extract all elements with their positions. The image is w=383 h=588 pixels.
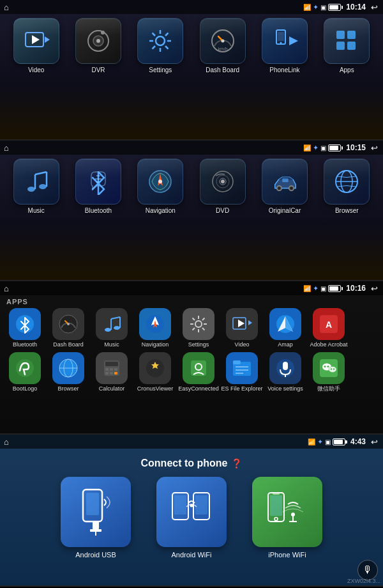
small-app-acrobat[interactable]: A Adobe Acrobat [308, 308, 350, 348]
screen-icon-3: ▣ [320, 285, 326, 292]
help-icon[interactable]: ❓ [231, 458, 242, 468]
bluetooth-large-icon [85, 168, 112, 195]
panel-2: ⌂ 📶 ✦ ▣ 10:15 ↩ Music [0, 141, 383, 281]
small-app-browser[interactable]: Browser [47, 352, 89, 392]
app-apps-label: Apps [340, 66, 354, 74]
app-music[interactable]: Music [11, 159, 62, 215]
home-icon-4[interactable]: ⌂ [4, 437, 9, 447]
apps-grid-small: Bluetooth Dash Board [0, 307, 383, 396]
home-icon-3[interactable]: ⌂ [4, 284, 9, 293]
small-app-dashboard[interactable]: Dash Board [47, 308, 89, 348]
app-browser[interactable]: Browser [321, 159, 372, 215]
svg-line-15 [153, 46, 156, 49]
svg-marker-2 [32, 35, 40, 44]
svg-point-102 [324, 366, 326, 368]
svg-rect-26 [347, 42, 356, 50]
svg-line-64 [202, 328, 205, 330]
svg-rect-20 [278, 32, 284, 41]
svg-line-63 [193, 318, 195, 321]
svg-point-105 [333, 368, 334, 369]
connect-android-wifi-label: Android WiFi [172, 551, 212, 559]
app-navigation[interactable]: Navigation [135, 159, 186, 215]
app-apps[interactable]: Apps [321, 18, 372, 74]
screen-icon-4: ▣ [325, 438, 331, 445]
connect-android-usb[interactable]: Android USB [57, 477, 134, 559]
svg-rect-82 [105, 368, 109, 371]
app-music-label: Music [28, 207, 45, 215]
small-app-music[interactable]: Music [91, 308, 133, 348]
small-cronusviewer-icon [145, 358, 165, 378]
svg-rect-87 [114, 372, 117, 375]
svg-rect-43 [282, 178, 289, 182]
small-app-easyconnect[interactable]: EasyConnected [177, 352, 220, 392]
apps-header: APPS [0, 295, 383, 307]
small-browser-icon [58, 358, 79, 378]
app-phonelink[interactable]: PhoneLink [259, 18, 310, 74]
android-wifi-icon [169, 486, 214, 538]
small-app-calculator[interactable]: Calculator [91, 352, 133, 392]
back-icon-4[interactable]: ↩ [371, 437, 378, 447]
connect-android-wifi[interactable]: Android WiFi [153, 477, 230, 559]
back-icon-1[interactable]: ↩ [371, 3, 378, 12]
app-dvr-label: DVR [91, 66, 105, 74]
battery-icon [328, 4, 341, 11]
navigation-icon [147, 168, 174, 195]
svg-point-34 [158, 180, 162, 183]
small-app-esfile[interactable]: ES File Explorer [221, 352, 263, 392]
small-app-easyconnect-label: EasyConnected [178, 385, 219, 392]
small-app-video[interactable]: Video [221, 308, 263, 348]
connect-title: Connect to phone [141, 458, 228, 469]
connect-options: Android USB Android WiFi [0, 477, 383, 559]
wifi-icon: 📶 [303, 4, 311, 11]
svg-line-14 [165, 33, 169, 36]
app-dashboard[interactable]: km/h Dash Board [197, 18, 248, 74]
small-wechat-icon [319, 358, 339, 378]
svg-rect-92 [233, 360, 241, 364]
status-bar-2: ⌂ 📶 ✦ ▣ 10:15 ↩ [0, 141, 383, 155]
app-video[interactable]: Video [11, 18, 62, 74]
svg-line-66 [193, 328, 195, 330]
svg-rect-83 [110, 368, 113, 371]
connect-iphone-wifi[interactable]: iPhone WiFi [249, 477, 326, 559]
back-icon-3[interactable]: ↩ [371, 284, 378, 293]
app-phonelink-label: PhoneLink [269, 66, 299, 74]
svg-marker-21 [289, 36, 298, 45]
svg-point-27 [27, 187, 35, 192]
home-icon-2[interactable]: ⌂ [4, 143, 9, 153]
svg-rect-119 [273, 493, 280, 495]
wifi-icon-2: 📶 [303, 144, 311, 151]
small-dashboard-icon [58, 314, 79, 334]
svg-line-31 [35, 172, 47, 174]
small-app-voice[interactable]: Voice settings [264, 352, 306, 392]
small-app-cronusviewer[interactable]: CronusViewer [134, 352, 176, 392]
app-dvr[interactable]: DVR [73, 18, 124, 74]
small-calculator-icon [101, 358, 122, 378]
app-bluetooth[interactable]: Bluetooth [73, 159, 124, 215]
small-app-bootlogo[interactable]: BootLogo [4, 352, 46, 392]
phonelink-icon [271, 27, 298, 54]
small-app-acrobat-label: Adobe Acrobat [310, 341, 347, 348]
app-grid-2: Music Bluetooth [0, 155, 383, 221]
svg-point-52 [114, 326, 120, 330]
small-app-music-label: Music [104, 341, 119, 348]
app-settings-label: Settings [149, 66, 172, 74]
panel-4: ⌂ 📶 ✦ ▣ 4:43 ↩ Connect to phone ❓ [0, 435, 383, 587]
small-app-bluetooth[interactable]: Bluetooth [4, 308, 46, 348]
svg-point-58 [195, 321, 202, 327]
small-app-voice-label: Voice settings [267, 385, 303, 392]
small-app-settings[interactable]: Settings [177, 308, 220, 348]
app-settings[interactable]: Settings [135, 18, 186, 74]
app-originalcar[interactable]: OriginalCar [259, 159, 310, 215]
small-app-wechat[interactable]: 微信助手 [308, 352, 350, 392]
svg-point-17 [221, 40, 224, 43]
app-dvd[interactable]: DVD [197, 159, 248, 215]
home-icon[interactable]: ⌂ [4, 3, 9, 12]
app-originalcar-label: OriginalCar [269, 207, 301, 215]
small-app-navigation[interactable]: Navigation [134, 308, 176, 348]
small-app-amap[interactable]: Amap [264, 308, 306, 348]
iphone-wifi-icon [265, 486, 310, 538]
back-icon-2[interactable]: ↩ [371, 143, 378, 153]
svg-rect-85 [105, 372, 109, 375]
browser-icon [333, 168, 360, 195]
small-app-navigation-label: Navigation [142, 341, 169, 348]
